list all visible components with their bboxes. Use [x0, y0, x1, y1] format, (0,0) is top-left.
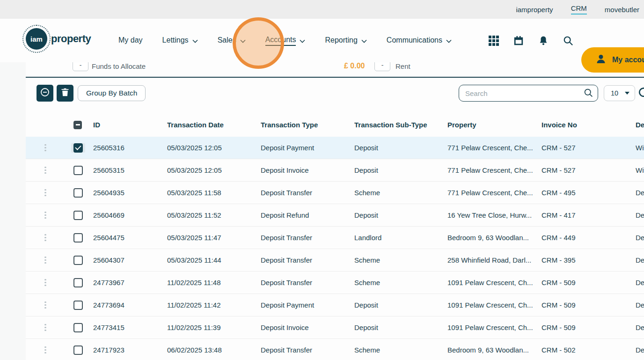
row-checkbox[interactable]	[73, 301, 83, 310]
table-row[interactable]: 24773694 11/02/2025 11:42 Deposit Paymen…	[26, 294, 644, 316]
row-menu-kebab-icon[interactable]	[43, 187, 51, 198]
row-menu-kebab-icon[interactable]	[43, 277, 51, 288]
row-checkbox[interactable]	[73, 345, 83, 355]
cell-transaction-date: 05/03/2025 11:44	[167, 256, 261, 264]
table-row[interactable]: 25605315 05/03/2025 12:05 Deposit Invoic…	[26, 159, 644, 182]
row-menu-kebab-icon[interactable]	[43, 345, 51, 356]
row-checkbox[interactable]	[73, 143, 83, 153]
row-checkbox[interactable]	[73, 256, 83, 265]
person-icon	[595, 53, 607, 66]
cell-id: 25605316	[93, 144, 167, 152]
row-checkbox[interactable]	[73, 166, 83, 175]
cell-invoice-no: CRM - 495	[542, 189, 636, 197]
cell-transaction-subtype: Scheme	[354, 279, 447, 287]
cell-property: 258 Whinfield Road, Darl...	[447, 256, 542, 264]
cell-description: Wit	[636, 144, 644, 152]
refresh-icon[interactable]	[637, 86, 644, 100]
table-row[interactable]: 25604475 05/03/2025 11:47 Deposit Transf…	[26, 227, 644, 249]
row-checkbox[interactable]	[73, 211, 83, 220]
table-body: 25605316 05/03/2025 12:05 Deposit Paymen…	[26, 137, 644, 360]
primary-nav: My dayLettingsSalesAccountsReportingComm…	[118, 19, 452, 62]
table-row[interactable]: 25604935 05/03/2025 11:58 Deposit Transf…	[26, 182, 644, 204]
nav-item-my-day[interactable]: My day	[118, 36, 143, 45]
delete-button[interactable]	[57, 85, 73, 102]
row-menu-kebab-icon[interactable]	[43, 255, 51, 266]
topbar-link-crm[interactable]: CRM	[571, 4, 587, 15]
rent-stepper[interactable]: -	[374, 62, 390, 71]
cell-transaction-subtype: Deposit	[354, 144, 447, 152]
row-checkbox[interactable]	[73, 188, 83, 198]
cell-transaction-subtype: Landlord	[354, 234, 447, 242]
column-header-transaction-type[interactable]: Transaction Type	[261, 121, 354, 129]
cell-invoice-no: CRM - 395	[542, 256, 636, 264]
column-header-description[interactable]: De	[636, 121, 644, 129]
search-icon[interactable]	[584, 88, 593, 100]
top-product-bar: iampropertyCRMmovebutler	[0, 0, 644, 19]
apps-grid-icon[interactable]	[488, 35, 500, 47]
notifications-bell-icon[interactable]	[537, 35, 549, 47]
collapse-selection-button[interactable]	[37, 85, 53, 102]
cell-invoice-no: CRM - 502	[542, 346, 636, 354]
chevron-down-icon	[361, 37, 367, 45]
logo-circle: iam	[26, 28, 47, 50]
row-menu-kebab-icon[interactable]	[43, 322, 51, 333]
row-checkbox[interactable]	[73, 278, 83, 287]
cell-id: 24717923	[93, 346, 167, 354]
cell-transaction-date: 06/02/2025 13:48	[167, 346, 261, 354]
row-checkbox[interactable]	[73, 233, 83, 242]
group-by-batch-button[interactable]: Group By Batch	[78, 85, 146, 101]
row-checkbox[interactable]	[73, 323, 83, 332]
nav-item-communications[interactable]: Communications	[387, 36, 452, 45]
table-row[interactable]: 24773967 11/02/2025 11:48 Deposit Transf…	[26, 272, 644, 294]
iamproperty-logo[interactable]: iam property	[26, 28, 91, 50]
search-input[interactable]	[459, 85, 598, 102]
cell-transaction-subtype: Scheme	[354, 256, 447, 264]
table-row[interactable]: 25604307 05/03/2025 11:44 Deposit Transf…	[26, 249, 644, 272]
row-menu-kebab-icon[interactable]	[43, 210, 51, 221]
global-search-icon[interactable]	[562, 35, 574, 47]
nav-item-label: Lettings	[162, 36, 189, 45]
calendar-icon[interactable]	[512, 35, 525, 47]
row-menu-kebab-icon[interactable]	[43, 165, 51, 176]
column-header-invoice-no[interactable]: Invoice No	[542, 121, 636, 129]
select-all-checkbox[interactable]	[73, 121, 82, 129]
cell-transaction-subtype: Deposit	[354, 301, 447, 309]
cell-transaction-type: Deposit Transfer	[261, 256, 354, 264]
chevron-down-icon	[446, 37, 452, 45]
nav-item-lettings[interactable]: Lettings	[162, 36, 198, 45]
funds-to-allocate-stepper[interactable]: -	[73, 62, 88, 71]
cell-id: 25604475	[93, 234, 167, 242]
main-navbar: iam property My dayLettingsSalesAccounts…	[0, 19, 644, 62]
nav-item-label: Communications	[387, 36, 442, 45]
row-menu-kebab-icon[interactable]	[43, 142, 51, 154]
column-header-transaction-date[interactable]: Transaction Date	[167, 121, 261, 129]
table-row[interactable]: 25604669 05/03/2025 11:52 Deposit Refund…	[26, 204, 644, 227]
cell-transaction-type: Deposit Invoice	[261, 323, 354, 331]
nav-item-accounts[interactable]: Accounts	[265, 36, 306, 46]
funds-to-allocate-label: Funds to Allocate	[92, 62, 146, 70]
row-menu-kebab-icon[interactable]	[43, 232, 51, 243]
table-row[interactable]: 25605316 05/03/2025 12:05 Deposit Paymen…	[26, 137, 644, 159]
nav-item-sales[interactable]: Sales	[218, 36, 246, 45]
my-account-label: My account	[612, 56, 644, 64]
funds-summary-row: - Funds to Allocate £ 0.00 - Rent	[26, 62, 644, 72]
cell-description: De	[636, 279, 644, 287]
cell-transaction-type: Deposit Transfer	[261, 346, 354, 354]
topbar-link-iamproperty[interactable]: iamproperty	[516, 6, 553, 14]
column-header-transaction-subtype[interactable]: Transaction Sub-Type	[354, 121, 447, 129]
topbar-link-movebutler[interactable]: movebutler	[605, 6, 639, 14]
cell-description: De	[636, 323, 644, 331]
cell-property: Bedroom 9, 63 Woodlan...	[447, 346, 542, 354]
cell-transaction-date: 05/03/2025 12:05	[167, 166, 261, 174]
column-header-property[interactable]: Property	[447, 121, 542, 129]
table-row[interactable]: 24717923 06/02/2025 13:48 Deposit Transf…	[26, 339, 644, 360]
nav-item-reporting[interactable]: Reporting	[325, 36, 366, 45]
cell-property: Bedroom 9, 63 Woodlan...	[447, 234, 542, 242]
my-account-button[interactable]: My account	[581, 47, 644, 73]
page-size-select[interactable]: 10	[604, 85, 635, 101]
column-header-id[interactable]: ID	[93, 121, 167, 129]
cell-description: Wit	[636, 166, 644, 174]
table-row[interactable]: 24773415 11/02/2025 11:39 Deposit Invoic…	[26, 316, 644, 339]
row-menu-kebab-icon[interactable]	[43, 300, 51, 311]
cell-property: 1091 Pelaw Crescent, Ch...	[447, 323, 542, 331]
